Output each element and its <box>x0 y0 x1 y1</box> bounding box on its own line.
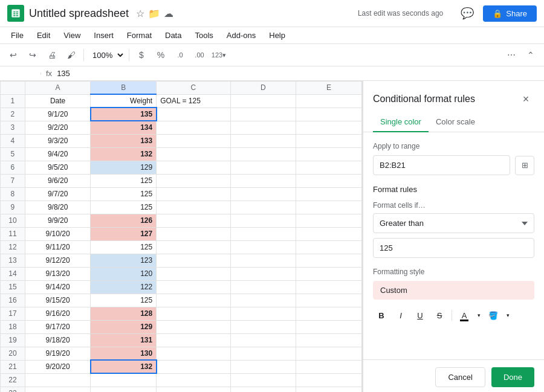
col-header-b[interactable]: B <box>91 82 157 95</box>
cell[interactable] <box>296 147 362 161</box>
currency-button[interactable]: $ <box>133 47 150 63</box>
cell[interactable] <box>230 214 296 227</box>
cell[interactable]: 9/19/20 <box>25 347 91 360</box>
cell[interactable]: 9/3/20 <box>25 134 91 147</box>
collapse-toolbar-button[interactable]: ⌃ <box>522 47 539 63</box>
cell[interactable] <box>91 387 157 392</box>
menu-data[interactable]: Data <box>159 28 187 42</box>
cell[interactable]: 129 <box>91 161 157 174</box>
condition-value-input[interactable] <box>373 238 534 258</box>
range-input[interactable] <box>373 155 510 175</box>
cell[interactable] <box>157 187 230 201</box>
menu-edit[interactable]: Edit <box>31 28 56 42</box>
cell[interactable]: 9/16/20 <box>25 307 91 320</box>
cell[interactable] <box>157 214 230 227</box>
cell[interactable] <box>296 161 362 174</box>
cell[interactable] <box>296 254 362 267</box>
range-picker-button[interactable]: ⊞ <box>515 156 534 175</box>
cell[interactable]: 120 <box>91 267 157 280</box>
cell[interactable] <box>296 347 362 360</box>
cell[interactable] <box>230 134 296 147</box>
cell[interactable]: 9/20/20 <box>25 360 91 373</box>
cell[interactable]: 135 <box>91 108 157 121</box>
cell[interactable] <box>157 267 230 280</box>
cell[interactable] <box>230 187 296 201</box>
cell[interactable] <box>230 108 296 121</box>
cell[interactable] <box>230 373 296 387</box>
cell[interactable] <box>25 387 91 392</box>
cell[interactable]: 9/11/20 <box>25 240 91 254</box>
cell[interactable] <box>296 134 362 147</box>
share-button[interactable]: 🔒 Share <box>483 5 537 22</box>
cell[interactable] <box>296 373 362 387</box>
cell[interactable]: 9/13/20 <box>25 267 91 280</box>
more-formats-button[interactable]: 123▾ <box>210 47 227 63</box>
cell[interactable] <box>296 108 362 121</box>
cell[interactable]: 123 <box>91 254 157 267</box>
cell[interactable] <box>230 320 296 333</box>
cell[interactable]: 133 <box>91 134 157 147</box>
cell[interactable] <box>296 307 362 320</box>
cell[interactable]: 9/5/20 <box>25 161 91 174</box>
cell[interactable] <box>157 294 230 307</box>
cell[interactable]: 134 <box>91 121 157 134</box>
formula-input[interactable] <box>57 69 539 78</box>
cell[interactable] <box>230 387 296 392</box>
cell[interactable]: 132 <box>91 360 157 373</box>
cell[interactable] <box>157 333 230 347</box>
undo-button[interactable]: ↩ <box>5 47 22 63</box>
percent-button[interactable]: % <box>152 47 169 63</box>
cell[interactable] <box>296 360 362 373</box>
tab-single-color[interactable]: Single color <box>373 112 429 132</box>
menu-insert[interactable]: Insert <box>88 28 120 42</box>
underline-btn[interactable]: U <box>412 307 429 324</box>
cell[interactable]: 132 <box>91 147 157 161</box>
cell[interactable] <box>157 360 230 373</box>
cell[interactable] <box>296 294 362 307</box>
cell[interactable] <box>296 280 362 294</box>
decimal-decrease-button[interactable]: .0 <box>172 47 189 63</box>
cell[interactable]: 9/6/20 <box>25 174 91 187</box>
paint-format-button[interactable]: 🖌 <box>63 47 80 63</box>
menu-addons[interactable]: Add-ons <box>221 28 262 42</box>
zoom-select[interactable]: 100% <box>88 49 125 62</box>
fill-color-btn[interactable]: 🪣 <box>485 307 502 324</box>
cell[interactable] <box>157 134 230 147</box>
cell[interactable] <box>230 227 296 240</box>
dropdown-arrow-text-color[interactable]: ▾ <box>475 307 482 324</box>
cell[interactable] <box>296 387 362 392</box>
cell[interactable]: GOAL = 125 <box>157 94 230 108</box>
decimal-increase-button[interactable]: .00 <box>191 47 208 63</box>
cell[interactable] <box>157 147 230 161</box>
cell[interactable] <box>296 267 362 280</box>
cell[interactable] <box>157 373 230 387</box>
cell[interactable]: 9/2/20 <box>25 121 91 134</box>
cell[interactable] <box>91 373 157 387</box>
cell[interactable]: 9/4/20 <box>25 147 91 161</box>
cell[interactable] <box>25 373 91 387</box>
cell[interactable] <box>296 121 362 134</box>
cell[interactable] <box>157 387 230 392</box>
chat-button[interactable]: 💬 <box>458 4 477 23</box>
cell[interactable] <box>157 108 230 121</box>
cell[interactable]: 9/12/20 <box>25 254 91 267</box>
cell[interactable] <box>230 267 296 280</box>
cell[interactable] <box>157 254 230 267</box>
condition-dropdown[interactable]: Greater than Less than Greater than or e… <box>373 213 534 233</box>
col-header-a[interactable]: A <box>25 82 91 95</box>
cell[interactable] <box>296 333 362 347</box>
cell[interactable]: 9/17/20 <box>25 320 91 333</box>
cell[interactable]: Weight <box>91 94 157 108</box>
cell[interactable] <box>230 147 296 161</box>
cell[interactable]: 125 <box>91 187 157 201</box>
cell[interactable] <box>230 161 296 174</box>
cell[interactable]: 9/9/20 <box>25 214 91 227</box>
cell[interactable] <box>230 294 296 307</box>
cell-reference[interactable] <box>5 72 41 75</box>
cell[interactable] <box>157 280 230 294</box>
cell[interactable] <box>157 307 230 320</box>
cell[interactable] <box>296 240 362 254</box>
cloud-icon[interactable]: ☁ <box>164 8 173 19</box>
cell[interactable] <box>296 201 362 214</box>
menu-view[interactable]: View <box>57 28 86 42</box>
